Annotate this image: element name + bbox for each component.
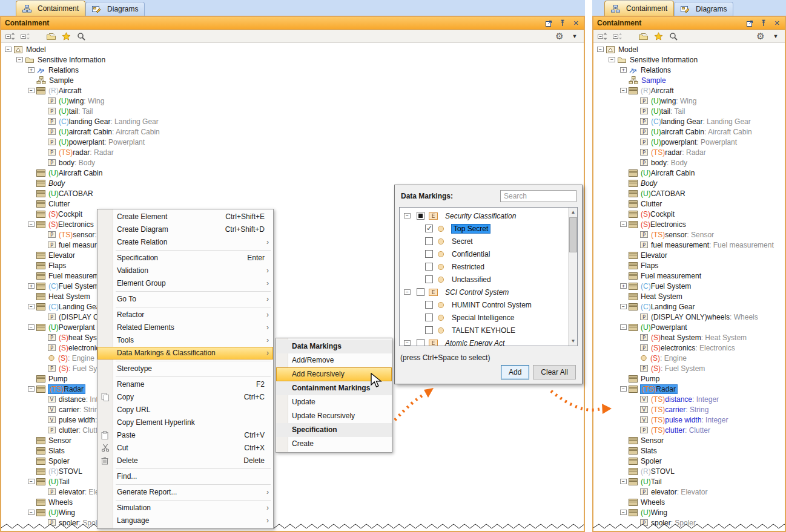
empty-checkbox[interactable] xyxy=(425,301,433,309)
submenu-item-add-remove[interactable]: Add/Remove xyxy=(276,353,392,367)
tree-row[interactable]: P(U) powerplant : Powerplant xyxy=(593,137,785,147)
submenu-item-update-recursively[interactable]: Update Recursively xyxy=(276,409,392,423)
collapse-all-icon[interactable] xyxy=(598,31,607,41)
marking-row[interactable]: Special Intelligence xyxy=(400,311,577,324)
menu-item-element-group[interactable]: Element Group› xyxy=(97,277,273,290)
tree-row[interactable]: −(R) Aircraft xyxy=(593,85,785,96)
scroll-down-icon[interactable]: ▼ xyxy=(569,337,578,346)
menu-item-delete[interactable]: DeleteDelete xyxy=(97,455,273,467)
submenu-item-add-recursively[interactable]: Add Recursively xyxy=(276,367,392,381)
float-window-icon[interactable] xyxy=(545,19,553,27)
close-icon[interactable]: ✕ xyxy=(572,19,580,27)
collapse-toggle[interactable]: − xyxy=(404,340,411,346)
tree-row[interactable]: −(U) Tail xyxy=(1,476,584,487)
tree-row[interactable]: V(TS) pulse width : Integer xyxy=(593,415,785,425)
collapse-toggle[interactable]: − xyxy=(5,47,12,52)
tree-row[interactable]: Pbody : Body xyxy=(593,157,785,168)
expand-toggle[interactable]: + xyxy=(28,67,35,73)
tree-row[interactable]: (R) STOVL xyxy=(1,466,584,476)
marking-row[interactable]: Restricted xyxy=(400,260,577,273)
dropdown-caret-icon[interactable]: ▼ xyxy=(570,31,580,41)
tree-row[interactable]: Pump xyxy=(593,373,785,384)
tree-row[interactable]: −(U) Powerplant xyxy=(593,322,785,332)
tree-row[interactable]: P(U) aircraft Cabin : Aircraft Cabin xyxy=(1,126,584,137)
tree-row[interactable]: Sample xyxy=(593,75,785,85)
expand-toggle[interactable]: + xyxy=(28,283,35,289)
tree-row[interactable]: Spoler xyxy=(1,456,584,466)
menu-item-language[interactable]: Language› xyxy=(97,514,273,527)
collapse-toggle[interactable]: − xyxy=(620,324,627,330)
tree-row[interactable]: P(S) heat System : Heat System xyxy=(593,332,785,343)
tree-row[interactable]: P(S) electronics : Electronics xyxy=(593,343,785,353)
collapse-toggle[interactable]: − xyxy=(404,289,411,295)
tree-row[interactable]: Wheels xyxy=(1,497,584,507)
tree-row[interactable]: P(C) landing Gear : Landing Gear xyxy=(593,116,785,126)
tree-row[interactable]: −(TS) Radar xyxy=(593,384,785,394)
tree-row[interactable]: V(TS) distance : Integer xyxy=(593,394,785,404)
collapse-toggle[interactable]: − xyxy=(28,386,35,392)
tree-row[interactable]: P(C) landing Gear : Landing Gear xyxy=(1,116,584,126)
tree-row[interactable]: +(C) Fuel System xyxy=(593,281,785,291)
favorites-star-icon[interactable] xyxy=(653,31,663,41)
open-in-new-tree-icon[interactable] xyxy=(46,31,56,41)
tree-row[interactable]: −(R) Aircraft xyxy=(1,85,584,96)
scrollbar-thumb[interactable] xyxy=(569,217,577,252)
tree-row[interactable]: −(S) Electronics xyxy=(593,219,785,229)
menu-item-copy[interactable]: CopyCtrl+C xyxy=(97,391,273,404)
tree-row[interactable]: (R) STOVL xyxy=(593,466,785,476)
tree-row[interactable]: (U) CATOBAR xyxy=(593,188,785,199)
tree-row[interactable]: P(S) : Fuel System xyxy=(593,363,785,373)
tree-row[interactable]: Clutter xyxy=(593,199,785,209)
tree-row[interactable]: +Relations xyxy=(1,65,584,75)
menu-item-validation[interactable]: Validation› xyxy=(97,264,273,277)
collapse-toggle[interactable]: − xyxy=(620,88,627,93)
dropdown-caret-icon[interactable]: ▼ xyxy=(771,31,781,41)
menu-item-find[interactable]: Find... xyxy=(97,470,273,483)
collapse-all-icon[interactable] xyxy=(5,31,15,41)
empty-checkbox[interactable] xyxy=(425,275,433,283)
menu-item-create-relation[interactable]: Create Relation› xyxy=(97,236,273,249)
menu-item-refactor[interactable]: Refactor› xyxy=(97,309,273,321)
menu-item-cut[interactable]: CutCtrl+X xyxy=(97,442,273,455)
marking-row[interactable]: TALENT KEYHOLE xyxy=(400,324,577,337)
partial-checkbox[interactable] xyxy=(417,212,424,220)
tree-row[interactable]: −(U) Wing xyxy=(1,507,584,517)
collapse-toggle[interactable]: − xyxy=(620,510,627,515)
collapse-selected-icon[interactable] xyxy=(21,31,30,41)
menu-item-stereotype[interactable]: Stereotype xyxy=(97,363,273,375)
tree-row[interactable]: P(U) tail : Tail xyxy=(593,106,785,116)
tree-row[interactable]: P(U) aircraft Cabin : Aircraft Cabin xyxy=(593,126,785,137)
marking-row[interactable]: −ESCI Control System xyxy=(400,286,577,298)
empty-checkbox[interactable] xyxy=(425,314,433,321)
menu-item-simulation[interactable]: Simulation› xyxy=(97,502,273,514)
open-in-new-tree-icon[interactable] xyxy=(638,31,648,41)
tree-row[interactable]: P(TS) sensor : Sensor xyxy=(593,229,785,240)
menu-item-create-element[interactable]: Create ElementCtrl+Shift+E xyxy=(97,211,273,223)
tree-row[interactable]: P(TS) clutter : Clutter xyxy=(593,425,785,435)
tab-containment[interactable]: Containment xyxy=(604,1,674,16)
collapse-toggle[interactable]: − xyxy=(28,324,35,330)
tab-diagrams[interactable]: Diagrams xyxy=(674,2,733,16)
expand-toggle[interactable]: + xyxy=(620,67,627,73)
menu-item-rename[interactable]: RenameF2 xyxy=(97,378,273,391)
tree-row[interactable]: −Model xyxy=(1,44,584,54)
marking-row[interactable]: −ESecurity Classification xyxy=(400,209,577,222)
clear-all-button[interactable]: Clear All xyxy=(533,365,576,379)
tree-row[interactable]: P(U) powerplant : Powerplant xyxy=(1,137,584,147)
collapse-toggle[interactable]: − xyxy=(28,510,35,515)
tree-row[interactable]: Pelevator : Elevator xyxy=(1,487,584,497)
empty-checkbox[interactable] xyxy=(425,263,433,271)
tab-containment[interactable]: Containment xyxy=(16,1,85,16)
tree-row[interactable]: P(DISPLAY ONLY) wheels : Wheels xyxy=(593,312,785,322)
submenu-item-update[interactable]: Update xyxy=(276,395,392,409)
tree-row[interactable]: Slats xyxy=(593,445,785,456)
menu-item-generate-report[interactable]: Generate Report...› xyxy=(97,486,273,499)
quick-search-icon[interactable] xyxy=(669,31,678,41)
settings-gear-icon[interactable]: ⚙ xyxy=(756,31,765,41)
tree-row[interactable]: Wheels xyxy=(593,497,785,507)
tree-row[interactable]: P(U) tail : Tail xyxy=(1,106,584,116)
tree-row[interactable]: Pfuel measurement : Fuel measurement xyxy=(593,240,785,250)
marking-row[interactable]: Confidential xyxy=(400,248,577,260)
tree-row[interactable]: Pspoler : Spoler xyxy=(593,517,785,528)
tree-row[interactable]: −Model xyxy=(593,44,785,54)
